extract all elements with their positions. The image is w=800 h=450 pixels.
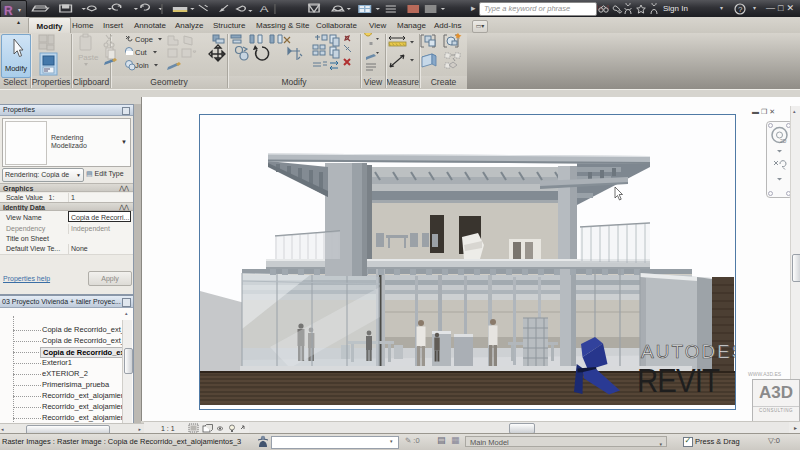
svg-text:?: ? xyxy=(738,5,743,14)
svg-text:A: A xyxy=(260,4,269,14)
svg-text:REVIT: REVIT xyxy=(637,362,720,399)
svg-text:Join: Join xyxy=(135,61,149,70)
svg-text:AUTODESK: AUTODESK xyxy=(641,341,735,362)
svg-text:Paste: Paste xyxy=(78,53,99,62)
svg-text:Cut: Cut xyxy=(135,48,148,57)
svg-text:2D: 2D xyxy=(780,138,787,144)
svg-text:Cope: Cope xyxy=(135,35,153,44)
